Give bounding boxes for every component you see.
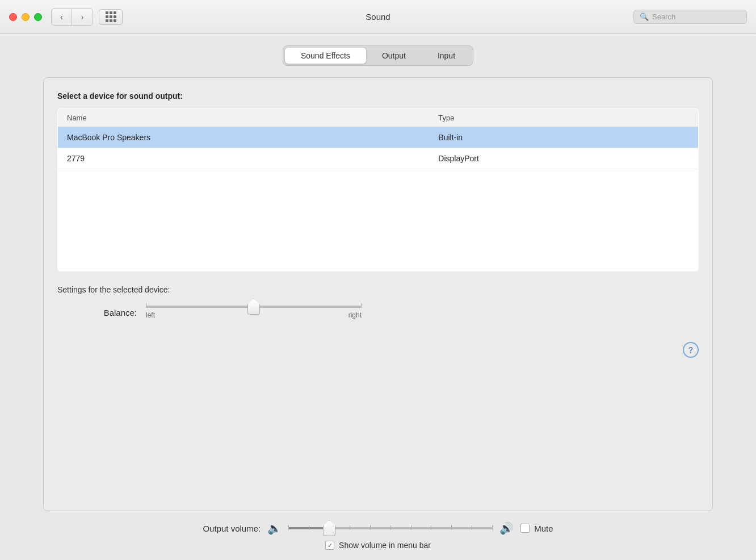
tab-bar: Sound Effects Output Input — [283, 45, 473, 66]
balance-row: Balance: left right — [91, 306, 699, 319]
search-box[interactable]: 🔍 — [633, 10, 747, 24]
show-volume-row: ✓ Show volume in menu bar — [325, 541, 431, 550]
output-volume-label: Output volume: — [203, 524, 261, 533]
search-input[interactable] — [652, 12, 741, 21]
col-header-name: Name — [58, 109, 430, 127]
show-volume-label: Show volume in menu bar — [339, 541, 431, 550]
close-button[interactable] — [9, 13, 17, 21]
balance-slider-track — [146, 306, 362, 308]
grid-icon — [106, 11, 116, 22]
forward-button[interactable]: › — [72, 9, 93, 25]
panel: Select a device for sound output: Name T… — [43, 77, 713, 511]
main-content: Sound Effects Output Input Select a devi… — [0, 34, 756, 560]
table-row[interactable]: 2779 DisplayPort — [58, 148, 699, 169]
tab-sound-effects[interactable]: Sound Effects — [285, 48, 366, 64]
grid-button[interactable] — [99, 9, 123, 25]
speaker-high-icon: 🔊 — [499, 521, 514, 535]
maximize-button[interactable] — [34, 13, 42, 21]
speaker-low-icon: 🔈 — [267, 521, 282, 535]
balance-slider-thumb[interactable] — [247, 299, 260, 315]
table-row[interactable]: MacBook Pro Speakers Built-in — [58, 127, 699, 148]
volume-row: Output volume: 🔈 — [203, 521, 553, 535]
device-name-1: 2779 — [58, 148, 430, 169]
window-title: Sound — [366, 12, 390, 22]
device-section-title: Select a device for sound output: — [57, 91, 699, 101]
device-name-0: MacBook Pro Speakers — [58, 127, 430, 148]
tab-output[interactable]: Output — [366, 48, 422, 64]
tab-input[interactable]: Input — [422, 48, 471, 64]
volume-tick-marks — [288, 525, 493, 530]
titlebar: ‹ › Sound 🔍 — [0, 0, 756, 34]
balance-label: Balance: — [91, 308, 137, 317]
help-button[interactable]: ? — [683, 342, 699, 358]
nav-buttons: ‹ › — [51, 9, 93, 26]
show-volume-checkbox[interactable]: ✓ — [325, 541, 334, 550]
table-row-empty — [58, 169, 699, 271]
device-type-0: Built-in — [429, 127, 698, 148]
volume-slider-thumb[interactable] — [323, 520, 335, 536]
balance-right-label: right — [348, 311, 362, 319]
device-table: Name Type MacBook Pro Speakers Built-in … — [57, 108, 699, 271]
minimize-button[interactable] — [22, 13, 30, 21]
volume-slider-track — [288, 527, 493, 529]
back-button[interactable]: ‹ — [52, 9, 72, 25]
mute-label: Mute — [534, 524, 553, 533]
settings-section-title: Settings for the selected device: — [57, 285, 699, 294]
traffic-lights — [9, 13, 42, 21]
mute-checkbox[interactable] — [520, 524, 530, 533]
balance-slider-container: left right — [146, 306, 362, 319]
balance-left-label: left — [146, 311, 155, 319]
search-icon: 🔍 — [640, 12, 649, 21]
device-type-1: DisplayPort — [429, 148, 698, 169]
col-header-type: Type — [429, 109, 698, 127]
mute-area: Mute — [520, 524, 553, 533]
help-row: ? — [57, 342, 699, 358]
bottom-bar: Output volume: 🔈 — [43, 511, 713, 560]
